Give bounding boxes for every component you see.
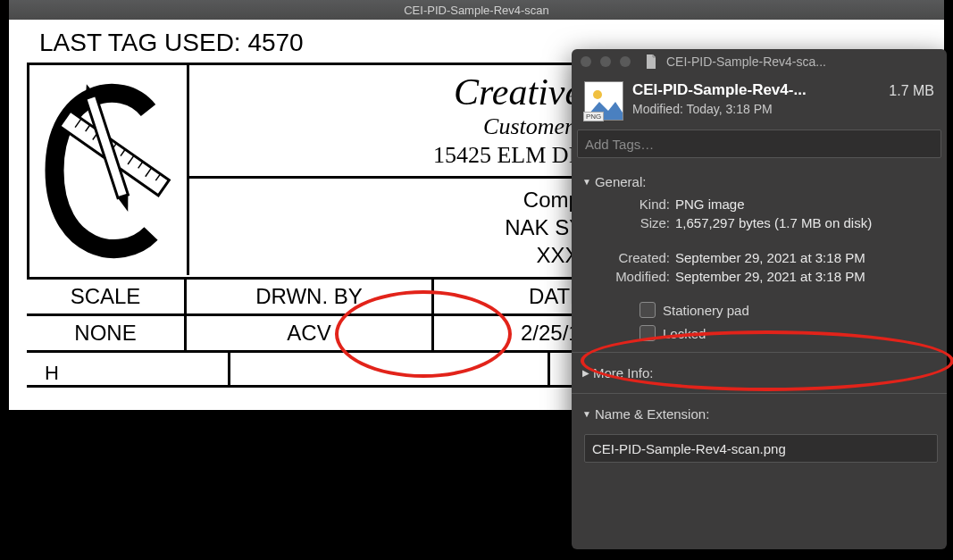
minimize-traffic-light[interactable]	[600, 56, 611, 67]
name-extension-input[interactable]: CEI-PID-Sample-Rev4-scan.png	[584, 434, 938, 463]
triangle-down-icon: ▼	[582, 409, 591, 419]
kind-label: Kind:	[609, 196, 670, 212]
doc-window-title: CEI-PID-Sample-Rev4-scan	[404, 4, 549, 17]
get-info-window[interactable]: CEI-PID-Sample-Rev4-sca... PNG CEI-PID-S…	[572, 49, 947, 549]
size-value: 1,657,297 bytes (1.7 MB on disk)	[675, 215, 872, 230]
file-name: CEI-PID-Sample-Rev4-...	[632, 81, 807, 99]
tags-input[interactable]: Add Tags…	[577, 130, 941, 158]
created-value: September 29, 2021 at 3:18 PM	[675, 250, 865, 265]
modified-value: Today, 3:18 PM	[686, 102, 772, 116]
thumbnail-badge: PNG	[583, 112, 604, 121]
file-icon	[645, 54, 657, 69]
annotation-circle-created-modified	[581, 330, 953, 391]
scale-value: NONE	[27, 316, 184, 353]
zoom-traffic-light[interactable]	[620, 56, 631, 67]
logo-c-ruler-pencil-icon	[41, 81, 175, 260]
inspector-header: PNG CEI-PID-Sample-Rev4-... Modified: To…	[572, 74, 947, 130]
inspector-title: CEI-PID-Sample-Rev4-sca...	[666, 54, 826, 69]
inspector-titlebar[interactable]: CEI-PID-Sample-Rev4-sca...	[572, 49, 947, 74]
modified-label: Modified:	[632, 102, 683, 116]
svg-marker-12	[118, 195, 133, 213]
size-label: Size:	[609, 215, 670, 230]
file-size: 1.7 MB	[889, 81, 934, 99]
modified-value-full: September 29, 2021 at 3:18 PM	[675, 269, 865, 284]
name-extension-value: CEI-PID-Sample-Rev4-scan.png	[592, 441, 786, 456]
file-thumbnail: PNG	[584, 81, 623, 121]
close-traffic-light[interactable]	[581, 56, 591, 67]
general-header: General:	[595, 174, 647, 189]
general-section-toggle[interactable]: ▼ General:	[582, 174, 936, 189]
scale-header: SCALE	[27, 280, 184, 316]
modified-label-full: Modified:	[609, 269, 670, 284]
kind-value: PNG image	[675, 196, 745, 212]
triangle-down-icon: ▼	[582, 177, 591, 187]
name-ext-section-toggle[interactable]: ▼ Name & Extension:	[582, 406, 936, 422]
created-label: Created:	[609, 250, 670, 265]
stationery-checkbox[interactable]	[640, 302, 656, 318]
tags-placeholder: Add Tags…	[585, 137, 654, 152]
company-logo	[29, 65, 189, 275]
annotation-circle-date	[335, 290, 512, 378]
svg-point-15	[593, 90, 602, 99]
footer-h: H	[27, 353, 230, 385]
doc-window-titlebar[interactable]: CEI-PID-Sample-Rev4-scan	[9, 0, 944, 20]
stationery-label: Stationery pad	[663, 303, 749, 318]
name-ext-header: Name & Extension:	[595, 406, 709, 422]
